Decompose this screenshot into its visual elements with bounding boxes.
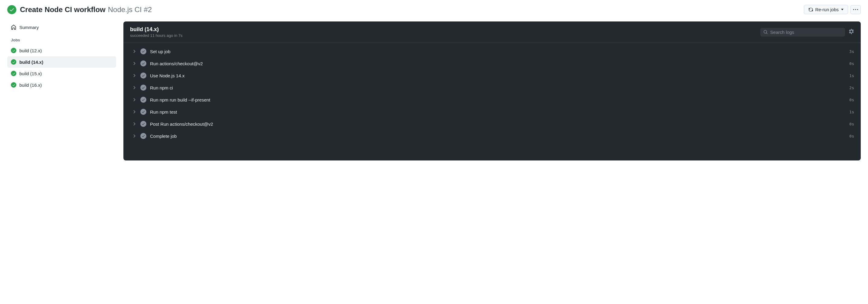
sidebar-jobs-heading: Jobs: [7, 33, 116, 45]
step-duration: 0s: [849, 98, 854, 102]
step-row[interactable]: Run npm ci 2s: [123, 81, 861, 94]
step-duration: 2s: [849, 86, 854, 90]
step-row[interactable]: Run npm run build --if-present 0s: [123, 94, 861, 106]
step-success-icon: [140, 97, 146, 103]
step-duration: 0s: [849, 61, 854, 66]
step-row[interactable]: Post Run actions/checkout@v2 0s: [123, 118, 861, 130]
step-duration: 0s: [849, 122, 854, 126]
step-name: Run npm test: [150, 109, 846, 114]
step-name: Run actions/checkout@v2: [150, 61, 846, 66]
step-duration: 1s: [849, 73, 854, 78]
step-success-icon: [140, 72, 146, 78]
step-name: Post Run actions/checkout@v2: [150, 122, 846, 127]
kebab-horizontal-icon: [853, 7, 858, 12]
step-name: Run npm run build --if-present: [150, 97, 846, 102]
step-duration: 3s: [849, 49, 854, 54]
rerun-jobs-button[interactable]: Re-run jobs: [804, 5, 848, 14]
header-left: Create Node CI workflow Node.js CI #2: [7, 5, 152, 14]
gear-icon: [849, 29, 854, 34]
panel-header: build (14.x) succeeded 11 hours ago in 7…: [123, 22, 861, 43]
workflow-title: Create Node CI workflow Node.js CI #2: [20, 5, 152, 14]
sidebar-summary-label: Summary: [19, 25, 39, 30]
chevron-right-icon: [132, 73, 137, 78]
step-duration: 1s: [849, 110, 854, 114]
log-settings-button[interactable]: [849, 29, 854, 35]
panel-title-block: build (14.x) succeeded 11 hours ago in 7…: [130, 26, 182, 38]
more-actions-button[interactable]: [850, 5, 861, 14]
step-row[interactable]: Run npm test 1s: [123, 106, 861, 118]
workflow-name: Create Node CI workflow: [20, 5, 105, 14]
success-check-icon: [11, 59, 16, 65]
search-logs[interactable]: [760, 28, 845, 37]
step-name: Complete job: [150, 134, 846, 139]
header-actions: Re-run jobs: [804, 5, 861, 14]
workflow-status-success-icon: [7, 5, 16, 14]
job-title: build (14.x): [130, 26, 182, 33]
search-icon: [763, 30, 768, 34]
job-status-line: succeeded 11 hours ago in 7s: [130, 33, 182, 38]
step-success-icon: [140, 133, 146, 139]
steps-list: Set up job 3s Run actions/checkout@v2 0s…: [123, 43, 861, 144]
chevron-right-icon: [132, 61, 137, 66]
page-header: Create Node CI workflow Node.js CI #2 Re…: [0, 0, 868, 22]
sidebar-job-label: build (15.x): [19, 71, 42, 76]
sidebar-job-item[interactable]: build (16.x): [7, 79, 116, 91]
success-check-icon: [11, 71, 16, 76]
sidebar-jobs-list: build (12.x) build (14.x) build (15.x) b…: [7, 45, 116, 91]
sidebar-job-label: build (16.x): [19, 82, 42, 88]
sidebar-job-label: build (12.x): [19, 48, 42, 53]
chevron-right-icon: [132, 86, 137, 90]
search-logs-input[interactable]: [770, 30, 842, 35]
chevron-right-icon: [132, 110, 137, 114]
step-duration: 0s: [849, 134, 854, 138]
sidebar-summary[interactable]: Summary: [7, 22, 116, 33]
sidebar-job-item[interactable]: build (12.x): [7, 45, 116, 56]
step-name: Set up job: [150, 49, 846, 54]
success-check-icon: [11, 48, 16, 53]
sync-icon: [808, 7, 813, 12]
step-name: Use Node.js 14.x: [150, 73, 846, 78]
step-row[interactable]: Run actions/checkout@v2 0s: [123, 58, 861, 69]
sidebar-job-item[interactable]: build (14.x): [7, 56, 116, 68]
step-success-icon: [140, 121, 146, 127]
job-log-panel: build (14.x) succeeded 11 hours ago in 7…: [123, 22, 861, 161]
step-row[interactable]: Complete job 0s: [123, 130, 861, 142]
rerun-jobs-label: Re-run jobs: [815, 7, 839, 12]
sidebar-job-label: build (14.x): [19, 60, 43, 65]
chevron-right-icon: [132, 122, 137, 126]
step-success-icon: [140, 61, 146, 66]
content: Summary Jobs build (12.x) build (14.x) b…: [0, 22, 868, 161]
workflow-run-label: Node.js CI #2: [108, 5, 152, 14]
step-success-icon: [140, 85, 146, 91]
step-row[interactable]: Set up job 3s: [123, 45, 861, 58]
step-name: Run npm ci: [150, 85, 846, 90]
step-success-icon: [140, 109, 146, 115]
home-icon: [11, 25, 16, 30]
step-success-icon: [140, 48, 146, 55]
sidebar: Summary Jobs build (12.x) build (14.x) b…: [7, 22, 116, 161]
panel-tools: [760, 28, 854, 37]
chevron-right-icon: [132, 98, 137, 102]
chevron-right-icon: [132, 49, 137, 54]
success-check-icon: [11, 82, 16, 88]
chevron-right-icon: [132, 134, 137, 138]
step-row[interactable]: Use Node.js 14.x 1s: [123, 69, 861, 81]
caret-down-icon: [841, 9, 843, 10]
sidebar-job-item[interactable]: build (15.x): [7, 68, 116, 79]
